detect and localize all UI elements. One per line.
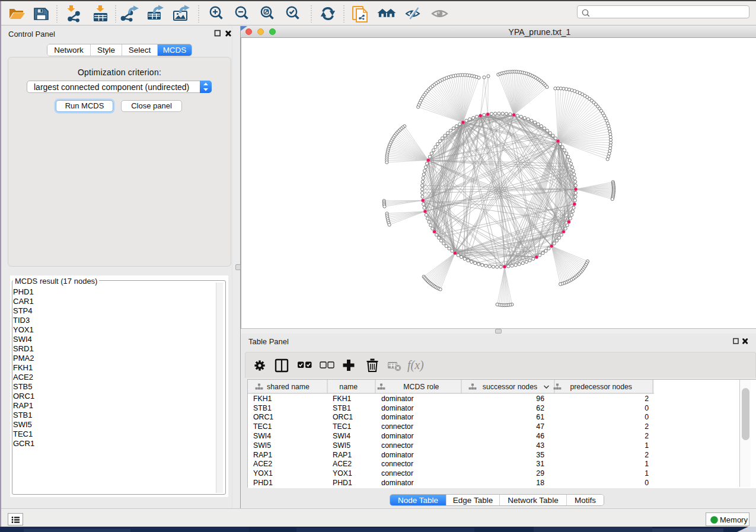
svg-text:SWI5: SWI5 xyxy=(333,441,350,450)
svg-text:dominator: dominator xyxy=(381,451,414,459)
svg-text:connector: connector xyxy=(381,469,413,477)
svg-text:PHD1: PHD1 xyxy=(253,479,273,487)
svg-text:43: 43 xyxy=(536,441,544,450)
svg-text:29: 29 xyxy=(536,469,544,477)
svg-text:2: 2 xyxy=(645,451,649,459)
svg-text:2: 2 xyxy=(645,395,649,403)
svg-text:YOX1: YOX1 xyxy=(333,469,352,477)
svg-text:f(x): f(x) xyxy=(407,358,424,372)
svg-text:dominator: dominator xyxy=(381,479,414,487)
svg-text:FKH1: FKH1 xyxy=(253,395,272,403)
svg-text:dominator: dominator xyxy=(381,395,414,403)
svg-text:dominator: dominator xyxy=(381,404,414,412)
svg-text:0: 0 xyxy=(645,479,649,487)
svg-text:62: 62 xyxy=(536,404,544,412)
svg-text:TEC1: TEC1 xyxy=(333,422,352,431)
svg-text:dominator: dominator xyxy=(381,432,414,440)
svg-text:2: 2 xyxy=(645,432,649,440)
svg-text:1: 1 xyxy=(645,460,649,468)
svg-text:96: 96 xyxy=(536,395,544,403)
svg-text:ORC1: ORC1 xyxy=(253,413,273,421)
svg-text:Memory: Memory xyxy=(720,515,748,524)
svg-text:name: name xyxy=(339,383,358,391)
svg-text:0: 0 xyxy=(645,413,649,421)
svg-text:SWI4: SWI4 xyxy=(333,432,350,440)
svg-text:shared name: shared name xyxy=(267,383,310,391)
svg-text:connector: connector xyxy=(381,422,413,431)
svg-text:predecessor nodes: predecessor nodes xyxy=(570,383,632,391)
svg-text:0: 0 xyxy=(645,404,649,412)
svg-text:35: 35 xyxy=(536,451,544,459)
svg-text:RAP1: RAP1 xyxy=(253,451,272,459)
svg-text:ACE2: ACE2 xyxy=(333,460,352,468)
svg-text:RAP1: RAP1 xyxy=(333,451,352,459)
svg-text:18: 18 xyxy=(536,479,544,487)
svg-text:SWI4: SWI4 xyxy=(253,432,271,440)
svg-text:ORC1: ORC1 xyxy=(333,413,353,421)
svg-text:successor nodes: successor nodes xyxy=(483,383,537,391)
svg-text:SWI5: SWI5 xyxy=(253,441,271,450)
svg-text:46: 46 xyxy=(536,432,544,440)
svg-text:1: 1 xyxy=(645,441,649,450)
svg-text:MCDS role: MCDS role xyxy=(403,383,439,391)
svg-text:PHD1: PHD1 xyxy=(333,479,352,487)
svg-text:dominator: dominator xyxy=(381,413,414,421)
svg-text:61: 61 xyxy=(536,413,544,421)
svg-text:ACE2: ACE2 xyxy=(253,460,272,468)
svg-text:47: 47 xyxy=(536,422,544,431)
svg-text:YOX1: YOX1 xyxy=(253,469,273,477)
svg-text:FKH1: FKH1 xyxy=(333,395,352,403)
svg-text:connector: connector xyxy=(381,441,413,450)
svg-text:2: 2 xyxy=(645,422,649,431)
svg-text:31: 31 xyxy=(536,460,544,468)
svg-text:TEC1: TEC1 xyxy=(253,422,272,431)
svg-text:connector: connector xyxy=(381,460,413,468)
svg-text:1: 1 xyxy=(645,469,649,477)
svg-text:STB1: STB1 xyxy=(253,404,272,412)
svg-text:STB1: STB1 xyxy=(333,404,351,412)
